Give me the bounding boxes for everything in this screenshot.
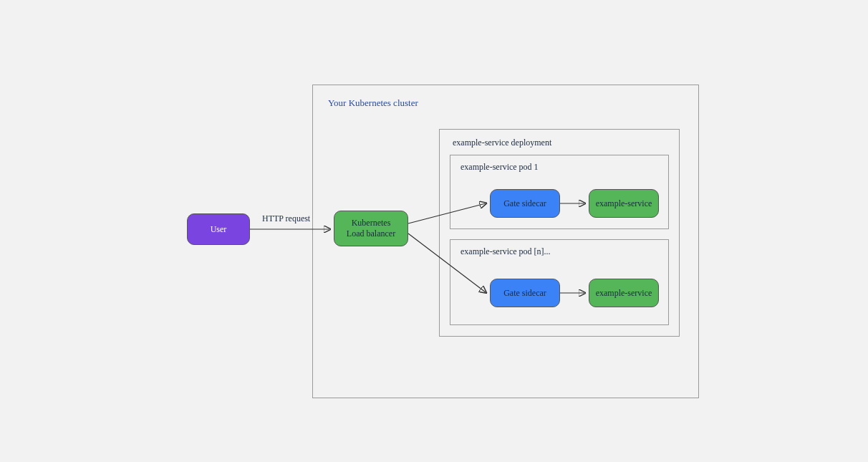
load-balancer-box: Kubernetes Load balancer: [334, 211, 408, 246]
pod-n-service-box: example-service: [589, 279, 659, 307]
pod-1-sidecar-label: Gate sidecar: [503, 198, 546, 209]
pod-n-service-label: example-service: [596, 288, 652, 299]
diagram-canvas: Your Kubernetes cluster example-service …: [0, 0, 868, 462]
edge-http-request-label: HTTP request: [262, 213, 310, 224]
pod-n-title: example-service pod [n]...: [460, 246, 551, 257]
user-box: User: [187, 213, 250, 245]
user-label: User: [211, 224, 227, 235]
pod-1-service-box: example-service: [589, 189, 659, 218]
pod-1-sidecar-box: Gate sidecar: [490, 189, 560, 218]
pod-1-service-label: example-service: [596, 198, 652, 209]
pod-n-sidecar-label: Gate sidecar: [503, 288, 546, 299]
pod-n-sidecar-box: Gate sidecar: [490, 279, 560, 307]
load-balancer-label: Kubernetes Load balancer: [347, 218, 395, 239]
cluster-title: Your Kubernetes cluster: [328, 97, 418, 109]
deployment-title: example-service deployment: [453, 138, 551, 148]
pod-1-title: example-service pod 1: [460, 162, 539, 173]
